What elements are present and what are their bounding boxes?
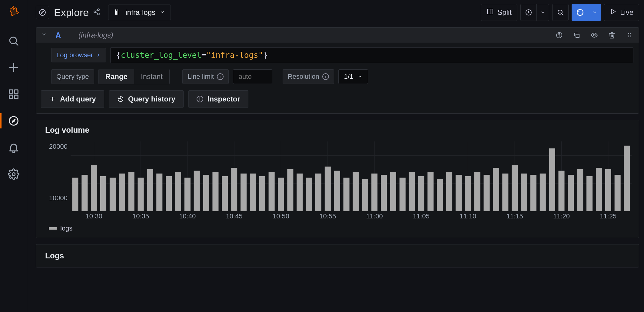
svg-rect-105 [540,174,546,211]
query-expression-input[interactable]: {cluster_log_level="infra-logs"} [110,47,633,63]
inspector-button[interactable]: i Inspector [188,90,248,108]
svg-rect-4 [9,90,12,93]
query-history-button[interactable]: Query history [109,90,184,108]
svg-rect-63 [147,169,153,211]
chart-legend[interactable]: logs [49,224,632,232]
nav-alerts-icon[interactable] [7,141,20,154]
svg-rect-60 [119,174,125,211]
split-icon [486,8,494,17]
query-type-instant[interactable]: Instant [134,69,169,84]
svg-point-32 [593,34,595,36]
svg-rect-95 [446,172,452,211]
svg-marker-28 [611,9,615,14]
log-volume-chart[interactable]: 20000 10000 10:3010:3510:4010:4510:5010:… [71,141,632,211]
query-type-toggle: Range Instant [98,69,170,84]
svg-rect-84 [344,178,350,211]
duplicate-query-icon[interactable] [572,31,581,40]
share-icon[interactable] [93,8,100,17]
zoom-out-button[interactable] [552,4,569,21]
info-icon[interactable]: i [217,73,224,80]
svg-point-8 [9,117,18,125]
info-icon[interactable]: i [322,73,329,80]
svg-point-37 [628,36,629,37]
x-axis-labels: 10:3010:3510:4010:4510:5010:5511:0011:05… [71,212,632,221]
explore-icon-button[interactable] [36,6,49,19]
toolbar: Split [481,4,639,21]
datasource-picker[interactable]: infra-logs [108,5,171,20]
nav-create-icon[interactable] [7,61,20,74]
datasource-name: infra-logs [125,8,155,17]
svg-rect-113 [615,175,621,211]
svg-rect-112 [605,169,611,211]
svg-rect-91 [409,172,415,211]
drag-handle-icon[interactable] [625,31,634,40]
svg-rect-5 [15,90,18,93]
loki-icon [114,8,121,17]
collapse-query-icon[interactable] [41,32,47,39]
svg-rect-61 [128,172,134,211]
svg-point-36 [630,35,631,36]
toggle-visibility-icon[interactable] [590,31,599,40]
live-button[interactable]: Live [604,4,639,21]
svg-rect-97 [465,176,471,211]
nav-explore-icon[interactable] [7,115,20,127]
svg-rect-89 [390,172,396,211]
svg-rect-104 [530,175,536,211]
svg-rect-80 [306,178,312,211]
svg-rect-74 [250,174,256,211]
svg-line-27 [562,14,563,15]
logs-panel: Logs [36,244,639,267]
query-type-range[interactable]: Range [99,69,134,84]
svg-point-34 [630,33,631,34]
svg-rect-77 [278,178,284,211]
nav-settings-icon[interactable] [7,168,20,181]
query-help-icon[interactable] [555,31,564,40]
svg-rect-75 [259,176,265,211]
svg-marker-9 [12,119,15,122]
svg-rect-92 [418,176,424,211]
svg-rect-58 [100,176,106,211]
time-range-button[interactable] [520,4,536,21]
svg-rect-103 [521,174,527,211]
svg-rect-6 [9,95,12,98]
topbar: Explore infra-logs Split [27,0,644,25]
log-browser-button[interactable]: Log browser [51,48,106,62]
svg-rect-56 [81,175,88,211]
svg-rect-101 [502,174,508,211]
svg-rect-31 [576,34,579,38]
time-range-dropdown[interactable] [536,4,549,21]
svg-line-17 [96,12,98,13]
run-query-interval-dropdown[interactable] [588,4,601,21]
split-button[interactable]: Split [481,4,517,21]
run-query-button[interactable] [572,4,588,21]
line-limit-input[interactable] [233,69,272,84]
query-datasource-label: (infra-logs) [78,31,113,39]
svg-rect-72 [231,168,237,211]
svg-rect-71 [222,176,228,211]
svg-rect-110 [586,176,593,211]
query-editor-panel: A (infra-logs) Log browser {cluster_log_… [36,27,639,114]
legend-label: logs [60,224,72,232]
svg-rect-109 [577,169,583,211]
delete-query-icon[interactable] [607,31,616,40]
svg-rect-69 [203,175,209,211]
log-volume-panel: Log volume 20000 10000 10:3010:3510:4010… [36,120,639,238]
svg-rect-86 [362,179,368,211]
add-query-button[interactable]: Add query [41,90,104,108]
nav-search-icon[interactable] [7,35,20,47]
svg-rect-114 [624,146,630,211]
svg-line-16 [96,10,98,11]
svg-point-38 [630,36,631,37]
svg-rect-98 [474,172,480,211]
resolution-select[interactable]: 1/1 [338,69,368,84]
log-browser-label: Log browser [56,51,93,59]
resolution-label: Resolution i [283,69,334,84]
svg-rect-106 [549,148,555,211]
nav-dashboards-icon[interactable] [7,88,20,101]
svg-point-35 [628,35,629,36]
svg-rect-90 [400,178,406,211]
svg-rect-107 [558,171,564,211]
svg-rect-59 [110,178,116,211]
svg-rect-100 [493,168,499,211]
grafana-logo[interactable] [6,4,21,19]
